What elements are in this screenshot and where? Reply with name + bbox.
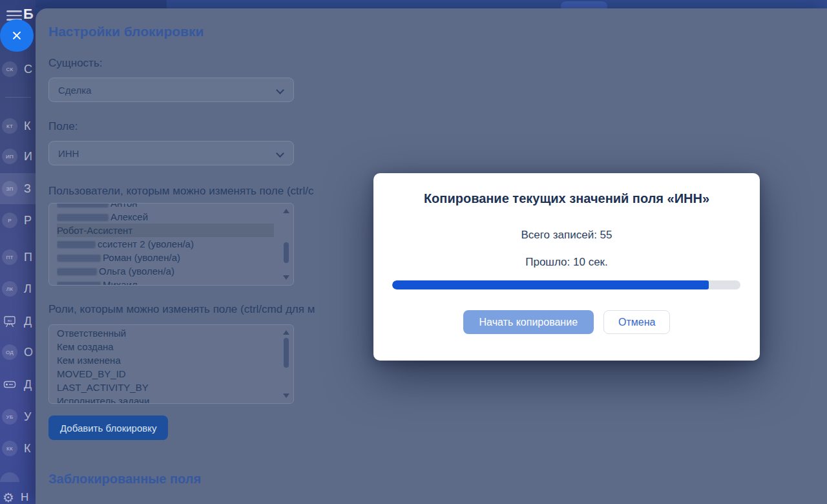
- list-item[interactable]: Михаил: [57, 278, 274, 286]
- list-item[interactable]: Антон: [57, 203, 274, 210]
- list-item[interactable]: Ответственный: [57, 326, 274, 340]
- triangle-up-icon[interactable]: [283, 209, 289, 213]
- avatar: ОД: [2, 344, 17, 360]
- chevron-down-icon: [276, 149, 284, 158]
- sidebar-item[interactable]: ПТП: [0, 242, 36, 273]
- list-item-label: ссистент 2 (уволен/а): [98, 238, 194, 249]
- sidebar-item[interactable]: КТК: [0, 110, 36, 142]
- sidebar-item-label: К: [24, 442, 31, 456]
- scrollbar-thumb[interactable]: [284, 242, 289, 263]
- sidebar-item[interactable]: ОДО: [0, 337, 36, 368]
- list-item-label: Михаил: [103, 279, 138, 286]
- progress-fill: [392, 280, 709, 289]
- drive-icon: [2, 377, 17, 392]
- triangle-down-icon[interactable]: [283, 275, 289, 280]
- roles-scrollbar[interactable]: [282, 330, 290, 398]
- field-select[interactable]: ИНН: [48, 141, 294, 165]
- sidebar-divider: [5, 97, 31, 98]
- svg-text:во: во: [8, 319, 12, 322]
- sidebar-item[interactable]: УБУ: [0, 401, 36, 432]
- topbar: [0, 0, 827, 8]
- entity-select-value: Сделка: [58, 85, 91, 96]
- list-item-label: MOVED_BY_ID: [57, 368, 126, 379]
- avatar: СК: [2, 61, 17, 77]
- list-item[interactable]: Роман (уволен/а): [57, 251, 274, 264]
- list-item[interactable]: Ольга (уволен/а): [57, 264, 274, 278]
- redacted-name: [57, 255, 101, 262]
- sidebar-item-label: З: [24, 182, 31, 196]
- close-button[interactable]: [0, 19, 34, 52]
- entity-select[interactable]: Сделка: [48, 78, 294, 102]
- sidebar-item[interactable]: СКС: [0, 54, 36, 85]
- list-item-label: Исполнитель задачи: [57, 395, 149, 404]
- roles-listbox[interactable]: ОтветственныйКем созданаКем измененаMOVE…: [48, 324, 294, 404]
- sidebar-item[interactable]: ИПИ: [0, 141, 36, 172]
- progress-bar: [392, 280, 740, 289]
- list-item-label: Робот-Ассистент: [57, 225, 132, 236]
- avatar: КК: [2, 441, 17, 456]
- list-item[interactable]: ссистент 2 (уволен/а): [57, 237, 274, 251]
- redacted-name: [57, 214, 109, 221]
- gear-icon: [3, 490, 14, 504]
- sidebar-item-label: Д: [24, 378, 32, 392]
- sidebar-item-label: О: [24, 346, 33, 359]
- users-listbox[interactable]: АнтонАлексейРобот-Ассистентссистент 2 (у…: [48, 203, 294, 286]
- add-blocking-button[interactable]: Добавить блокировку: [48, 415, 168, 440]
- elapsed-text: Прошло: 10 сек.: [373, 256, 760, 269]
- list-item-label: Ответственный: [57, 328, 126, 339]
- list-item[interactable]: Алексей: [57, 210, 274, 224]
- entity-label: Сущность:: [48, 57, 102, 70]
- copy-values-modal: Копирование текущих значений поля «ИНН» …: [373, 173, 760, 361]
- list-item[interactable]: Исполнитель задачи: [57, 394, 274, 404]
- sidebar-item[interactable]: воД: [0, 306, 36, 337]
- cancel-button[interactable]: Отмена: [603, 310, 670, 334]
- presentation-board-icon: во: [2, 313, 17, 329]
- sidebar-item[interactable]: РР: [0, 205, 36, 236]
- start-copy-button[interactable]: Начать копирование: [463, 310, 594, 334]
- sidebar-item-label: П: [24, 251, 32, 264]
- list-item[interactable]: Кем изменена: [57, 353, 274, 367]
- sidebar-item[interactable]: ЗПЗ: [0, 173, 36, 204]
- triangle-down-icon[interactable]: [283, 394, 289, 398]
- redacted-name: [57, 268, 97, 275]
- list-item[interactable]: MOVED_BY_ID: [57, 367, 274, 381]
- sidebar-item-label: Р: [24, 214, 32, 227]
- field-label: Поле:: [48, 120, 78, 133]
- total-records-text: Всего записей: 55: [373, 229, 760, 242]
- list-item[interactable]: Кем создана: [57, 340, 274, 353]
- collapsed-avatar: [0, 472, 19, 482]
- list-item[interactable]: Робот-Ассистент: [57, 224, 274, 237]
- avatar: ПТ: [2, 249, 17, 265]
- sidebar-item-label: К: [24, 120, 31, 133]
- sidebar-item-label: Д: [24, 315, 32, 328]
- sidebar-item-label: С: [24, 63, 32, 76]
- panel-title: Настройки блокировки: [48, 24, 204, 39]
- sidebar-item-settings[interactable]: Н: [3, 490, 28, 504]
- avatar: Р: [2, 213, 17, 228]
- redacted-name: [57, 282, 101, 286]
- sidebar-item[interactable]: ККК: [0, 433, 36, 464]
- sidebar-item-label: Л: [24, 282, 32, 296]
- avatar: УБ: [2, 409, 17, 425]
- list-item[interactable]: LAST_ACTIVITY_BY: [57, 381, 274, 394]
- sidebar-item[interactable]: Д: [0, 369, 36, 400]
- scrollbar-thumb[interactable]: [284, 338, 289, 368]
- avatar: ЗП: [2, 181, 17, 196]
- users-scrollbar[interactable]: [282, 209, 290, 280]
- logo-letter: Б: [23, 6, 34, 23]
- avatar: ЛК: [2, 281, 17, 297]
- list-item-label: Кем изменена: [57, 355, 121, 366]
- field-select-value: ИНН: [58, 148, 79, 159]
- roles-label: Роли, которым можно изменять поле (ctrl/…: [48, 303, 315, 316]
- triangle-up-icon[interactable]: [283, 330, 289, 335]
- list-item-label: Кем создана: [57, 341, 114, 352]
- redacted-name: [57, 241, 96, 248]
- blocked-fields-title: Заблокированные поля: [48, 472, 201, 487]
- list-item-label: Роман (уволен/а): [103, 252, 180, 263]
- redacted-name: [57, 203, 109, 207]
- list-item-label: LAST_ACTIVITY_BY: [57, 382, 149, 393]
- list-item-label: Алексей: [110, 211, 148, 222]
- modal-title: Копирование текущих значений поля «ИНН»: [373, 191, 760, 206]
- avatar: КТ: [2, 118, 17, 134]
- sidebar-item[interactable]: ЛКЛ: [0, 273, 36, 304]
